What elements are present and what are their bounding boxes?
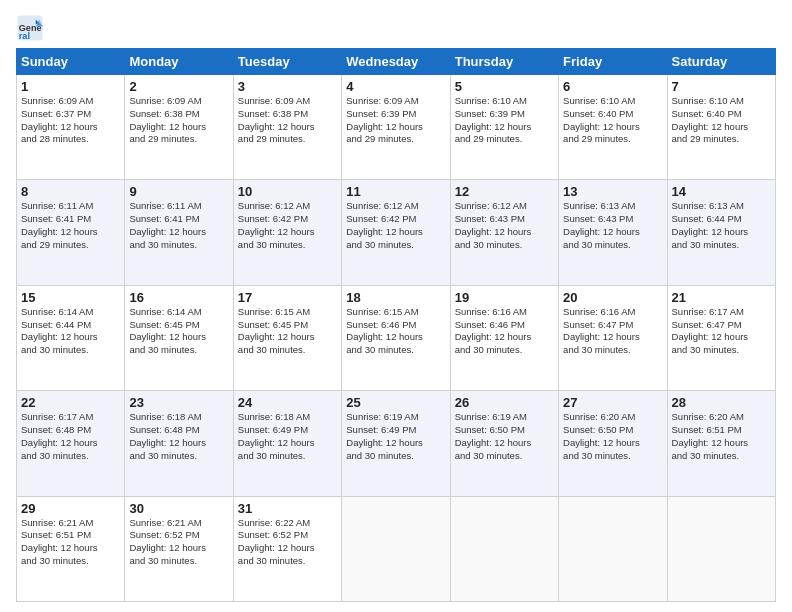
calendar-day-cell: 24Sunrise: 6:18 AMSunset: 6:49 PMDayligh… [233,391,341,496]
day-number: 16 [129,290,228,305]
day-info: Sunrise: 6:10 AMSunset: 6:39 PMDaylight:… [455,95,554,146]
day-info: Sunrise: 6:10 AMSunset: 6:40 PMDaylight:… [563,95,662,146]
day-info: Sunrise: 6:20 AMSunset: 6:50 PMDaylight:… [563,411,662,462]
day-number: 21 [672,290,771,305]
day-info: Sunrise: 6:18 AMSunset: 6:48 PMDaylight:… [129,411,228,462]
day-info: Sunrise: 6:21 AMSunset: 6:51 PMDaylight:… [21,517,120,568]
calendar-day-cell: 23Sunrise: 6:18 AMSunset: 6:48 PMDayligh… [125,391,233,496]
day-number: 5 [455,79,554,94]
calendar-day-cell [559,496,667,601]
calendar-day-cell: 27Sunrise: 6:20 AMSunset: 6:50 PMDayligh… [559,391,667,496]
day-info: Sunrise: 6:22 AMSunset: 6:52 PMDaylight:… [238,517,337,568]
day-info: Sunrise: 6:16 AMSunset: 6:47 PMDaylight:… [563,306,662,357]
day-number: 25 [346,395,445,410]
day-number: 26 [455,395,554,410]
calendar-day-cell: 11Sunrise: 6:12 AMSunset: 6:42 PMDayligh… [342,180,450,285]
day-number: 7 [672,79,771,94]
calendar-day-cell: 5Sunrise: 6:10 AMSunset: 6:39 PMDaylight… [450,75,558,180]
day-info: Sunrise: 6:21 AMSunset: 6:52 PMDaylight:… [129,517,228,568]
calendar-day-cell: 6Sunrise: 6:10 AMSunset: 6:40 PMDaylight… [559,75,667,180]
day-number: 4 [346,79,445,94]
day-info: Sunrise: 6:13 AMSunset: 6:43 PMDaylight:… [563,200,662,251]
day-number: 19 [455,290,554,305]
day-number: 20 [563,290,662,305]
day-info: Sunrise: 6:12 AMSunset: 6:43 PMDaylight:… [455,200,554,251]
weekday-header: Friday [559,49,667,75]
calendar-day-cell: 28Sunrise: 6:20 AMSunset: 6:51 PMDayligh… [667,391,775,496]
calendar-day-cell: 3Sunrise: 6:09 AMSunset: 6:38 PMDaylight… [233,75,341,180]
calendar-day-cell: 4Sunrise: 6:09 AMSunset: 6:39 PMDaylight… [342,75,450,180]
day-number: 12 [455,184,554,199]
svg-text:ral: ral [19,31,30,41]
weekday-header: Wednesday [342,49,450,75]
day-info: Sunrise: 6:16 AMSunset: 6:46 PMDaylight:… [455,306,554,357]
weekday-header: Monday [125,49,233,75]
calendar-day-cell: 8Sunrise: 6:11 AMSunset: 6:41 PMDaylight… [17,180,125,285]
weekday-header: Sunday [17,49,125,75]
day-info: Sunrise: 6:17 AMSunset: 6:48 PMDaylight:… [21,411,120,462]
day-info: Sunrise: 6:09 AMSunset: 6:38 PMDaylight:… [129,95,228,146]
day-info: Sunrise: 6:09 AMSunset: 6:37 PMDaylight:… [21,95,120,146]
calendar-day-cell [342,496,450,601]
weekday-header: Saturday [667,49,775,75]
day-number: 30 [129,501,228,516]
day-number: 6 [563,79,662,94]
day-info: Sunrise: 6:19 AMSunset: 6:49 PMDaylight:… [346,411,445,462]
calendar-week-row: 29Sunrise: 6:21 AMSunset: 6:51 PMDayligh… [17,496,776,601]
calendar-day-cell: 14Sunrise: 6:13 AMSunset: 6:44 PMDayligh… [667,180,775,285]
day-info: Sunrise: 6:15 AMSunset: 6:46 PMDaylight:… [346,306,445,357]
day-info: Sunrise: 6:09 AMSunset: 6:39 PMDaylight:… [346,95,445,146]
day-info: Sunrise: 6:15 AMSunset: 6:45 PMDaylight:… [238,306,337,357]
calendar-day-cell: 22Sunrise: 6:17 AMSunset: 6:48 PMDayligh… [17,391,125,496]
calendar-week-row: 15Sunrise: 6:14 AMSunset: 6:44 PMDayligh… [17,285,776,390]
calendar-day-cell: 18Sunrise: 6:15 AMSunset: 6:46 PMDayligh… [342,285,450,390]
day-number: 2 [129,79,228,94]
day-number: 23 [129,395,228,410]
day-info: Sunrise: 6:18 AMSunset: 6:49 PMDaylight:… [238,411,337,462]
day-info: Sunrise: 6:09 AMSunset: 6:38 PMDaylight:… [238,95,337,146]
day-number: 24 [238,395,337,410]
calendar-day-cell: 7Sunrise: 6:10 AMSunset: 6:40 PMDaylight… [667,75,775,180]
day-info: Sunrise: 6:19 AMSunset: 6:50 PMDaylight:… [455,411,554,462]
calendar-day-cell [667,496,775,601]
day-info: Sunrise: 6:11 AMSunset: 6:41 PMDaylight:… [21,200,120,251]
day-info: Sunrise: 6:17 AMSunset: 6:47 PMDaylight:… [672,306,771,357]
day-number: 8 [21,184,120,199]
day-number: 29 [21,501,120,516]
weekday-header: Thursday [450,49,558,75]
calendar-table: SundayMondayTuesdayWednesdayThursdayFrid… [16,48,776,602]
day-number: 27 [563,395,662,410]
day-number: 18 [346,290,445,305]
day-number: 17 [238,290,337,305]
calendar-day-cell: 31Sunrise: 6:22 AMSunset: 6:52 PMDayligh… [233,496,341,601]
calendar-week-row: 22Sunrise: 6:17 AMSunset: 6:48 PMDayligh… [17,391,776,496]
day-number: 3 [238,79,337,94]
calendar-day-cell: 25Sunrise: 6:19 AMSunset: 6:49 PMDayligh… [342,391,450,496]
calendar-day-cell: 2Sunrise: 6:09 AMSunset: 6:38 PMDaylight… [125,75,233,180]
calendar-week-row: 1Sunrise: 6:09 AMSunset: 6:37 PMDaylight… [17,75,776,180]
day-number: 1 [21,79,120,94]
calendar-day-cell [450,496,558,601]
logo-icon: Gene ral [16,14,44,42]
page: Gene ral SundayMondayTuesdayWednesdayThu… [0,0,792,612]
day-number: 13 [563,184,662,199]
calendar-day-cell: 19Sunrise: 6:16 AMSunset: 6:46 PMDayligh… [450,285,558,390]
day-info: Sunrise: 6:12 AMSunset: 6:42 PMDaylight:… [346,200,445,251]
calendar-day-cell: 29Sunrise: 6:21 AMSunset: 6:51 PMDayligh… [17,496,125,601]
calendar-day-cell: 21Sunrise: 6:17 AMSunset: 6:47 PMDayligh… [667,285,775,390]
calendar-day-cell: 16Sunrise: 6:14 AMSunset: 6:45 PMDayligh… [125,285,233,390]
calendar-day-cell: 10Sunrise: 6:12 AMSunset: 6:42 PMDayligh… [233,180,341,285]
day-number: 11 [346,184,445,199]
calendar-day-cell: 20Sunrise: 6:16 AMSunset: 6:47 PMDayligh… [559,285,667,390]
calendar-day-cell: 13Sunrise: 6:13 AMSunset: 6:43 PMDayligh… [559,180,667,285]
day-info: Sunrise: 6:14 AMSunset: 6:44 PMDaylight:… [21,306,120,357]
day-info: Sunrise: 6:20 AMSunset: 6:51 PMDaylight:… [672,411,771,462]
calendar-day-cell: 30Sunrise: 6:21 AMSunset: 6:52 PMDayligh… [125,496,233,601]
day-info: Sunrise: 6:12 AMSunset: 6:42 PMDaylight:… [238,200,337,251]
day-number: 28 [672,395,771,410]
calendar-day-cell: 15Sunrise: 6:14 AMSunset: 6:44 PMDayligh… [17,285,125,390]
logo: Gene ral [16,14,46,42]
header: Gene ral [16,14,776,42]
day-info: Sunrise: 6:13 AMSunset: 6:44 PMDaylight:… [672,200,771,251]
day-info: Sunrise: 6:11 AMSunset: 6:41 PMDaylight:… [129,200,228,251]
